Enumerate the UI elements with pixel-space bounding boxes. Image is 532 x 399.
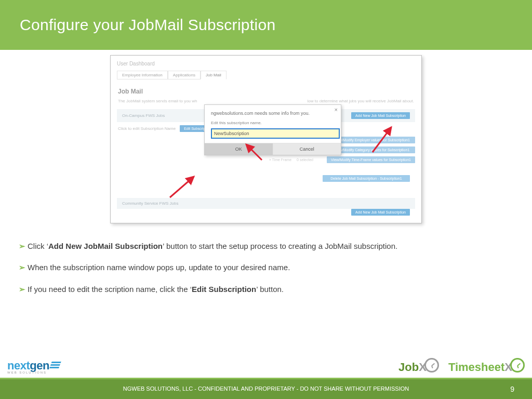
footer-text: NGWEB SOLUTIONS, LLC - CONFIDENTIAL AND …: [0, 385, 532, 393]
cancel-button[interactable]: Cancel: [273, 143, 341, 155]
delete-subscription-button[interactable]: Delete Job Mail Subscription - Subscript…: [323, 175, 410, 182]
jobmail-description: The JobMail system sends email to you wh…: [118, 98, 414, 104]
subscription-name-input[interactable]: [211, 128, 340, 139]
chevron-icon: ➢: [19, 263, 25, 272]
edit-name-dialog: × ngwebsolutions.com needs some info fro…: [204, 104, 341, 155]
dashboard-breadcrumb: User Dashboard: [111, 56, 421, 69]
instruction-bullets: ➢Click ‘Add New JobMail Subscription’ bu…: [19, 240, 513, 295]
nextgen-logo: nextgen WEB SOLUTIONS: [7, 359, 60, 374]
svg-line-0: [246, 144, 262, 160]
timesheetx-logo: TimesheetX: [448, 358, 525, 374]
footer-bar: NGWEB SOLUTIONS, LLC - CONFIDENTIAL AND …: [0, 378, 532, 399]
dialog-prompt: ngwebsolutions.com needs some info from …: [205, 105, 341, 121]
bullet-3: ➢If you need to edit the scription name,…: [19, 283, 513, 295]
slide-title: Configure your JobMail Subscription: [20, 16, 275, 34]
page-number: 9: [510, 385, 514, 393]
tab-job-mail[interactable]: Job Mail: [201, 71, 227, 79]
dialog-subtext: Edit this subscription name.: [205, 121, 341, 128]
tab-applications[interactable]: Applications: [168, 71, 201, 79]
svg-line-1: [170, 177, 194, 197]
clock-icon: [424, 358, 439, 373]
wing-icon: [49, 362, 61, 369]
annotation-arrow-icon: [243, 141, 264, 162]
annotation-arrow-icon: [168, 174, 199, 200]
jobmail-heading: Job Mail: [118, 88, 421, 95]
bullet-2: ➢When the subscription name window pops …: [19, 261, 513, 273]
modify-timeframe-button[interactable]: View/Modify Time-Frame values for Subscr…: [327, 156, 415, 163]
edit-subscription-label: Click to edit Subscription Name: [118, 126, 176, 131]
title-bar: Configure your JobMail Subscription: [0, 0, 532, 50]
tab-employee-info[interactable]: Employee Information: [117, 71, 168, 79]
jobx-logo: JobX: [398, 358, 439, 374]
close-icon[interactable]: ×: [335, 107, 338, 113]
tab-bar: Employee Information Applications Job Ma…: [117, 71, 421, 79]
chevron-icon: ➢: [19, 242, 25, 250]
row-timeframe: » Time Frame 0 selected View/Modify Time…: [117, 155, 415, 165]
chevron-icon: ➢: [19, 285, 25, 294]
embedded-screenshot: User Dashboard Employee Information Appl…: [110, 55, 422, 223]
section-community-service: Community Service FWS Jobs: [117, 198, 415, 209]
annotation-arrow-icon: [370, 123, 396, 154]
add-new-subscription-button-2[interactable]: Add New Job Mail Subscription: [351, 209, 410, 216]
bullet-1: ➢Click ‘Add New JobMail Subscription’ bu…: [19, 240, 513, 252]
svg-line-2: [373, 127, 391, 152]
clock-icon: [510, 358, 525, 373]
add-new-subscription-button[interactable]: Add New Job Mail Subscription: [351, 112, 410, 119]
